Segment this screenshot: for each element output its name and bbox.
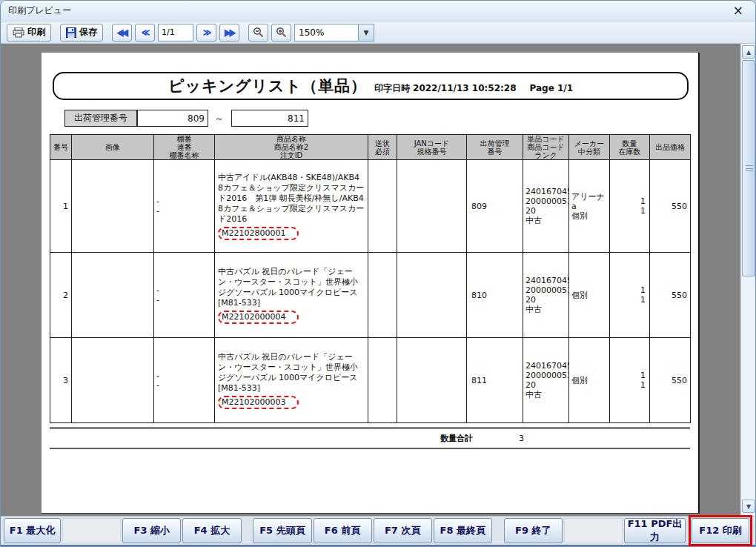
- zoom-level-input[interactable]: [294, 24, 358, 42]
- preview-area: ピッキングリスト（単品） 印字日時 2022/11/13 10:52:28 Pa…: [1, 44, 756, 516]
- cell-price: 550: [650, 338, 691, 423]
- f2-empty-slot: [62, 518, 121, 543]
- zoom-level-combo: ▼: [294, 24, 374, 42]
- arrow-down-icon: ▼: [746, 503, 751, 510]
- col-header-item-code: 単品コード 商品コード ランク: [523, 135, 569, 160]
- first-page-button[interactable]: ◀◀: [112, 24, 132, 42]
- prev-page-button[interactable]: ≪: [135, 24, 155, 42]
- cell-product: 中古パズル 祝日のパレード「ジェーン・ウースター・スコット」世界極小ジグソーパズ…: [215, 338, 368, 423]
- first-page-icon: ◀◀: [117, 27, 127, 38]
- shipping-range-label: 出荷管理番号: [64, 110, 137, 127]
- cell-price: 550: [650, 253, 691, 338]
- f7-next-page-button[interactable]: F7 次頁: [374, 518, 432, 543]
- col-header-price: 出品価格: [650, 135, 691, 160]
- cell-waybill: [368, 253, 397, 338]
- scroll-down-button[interactable]: ▼: [742, 500, 755, 513]
- next-page-button[interactable]: ≫: [196, 24, 216, 42]
- prev-page-icon: ≪: [142, 27, 149, 38]
- col-header-waybill: 送状 必須: [368, 135, 397, 160]
- zoom-in-button[interactable]: [271, 24, 291, 42]
- product-name: 中古アイドル(AKB48・SKE48)/AKB48カフェ＆ショップ限定クリスマス…: [218, 173, 365, 225]
- cell-shelf: - -: [154, 160, 215, 253]
- cell-jan: [397, 160, 467, 253]
- cell-price: 550: [650, 160, 691, 253]
- f4-zoom-in-button[interactable]: F4 拡大: [182, 518, 241, 543]
- cell-image: [72, 253, 154, 338]
- order-id-highlight: M22102800001: [218, 227, 299, 240]
- zoom-out-button[interactable]: [248, 24, 268, 42]
- toolbar: 印刷 保存 ◀◀ ≪ ≫ ▶▶: [1, 21, 755, 44]
- vertical-scrollbar[interactable]: ▲ ▼: [740, 44, 755, 516]
- table-row: 3 - - 中古パズル 祝日のパレード「ジェーン・ウースター・スコット」世界極小…: [50, 338, 691, 423]
- cell-jan: [397, 253, 467, 338]
- cell-no: 2: [50, 253, 72, 338]
- f12-print-button[interactable]: F12 印刷: [692, 518, 749, 543]
- save-button[interactable]: 保存: [60, 24, 103, 42]
- close-icon[interactable]: ×: [729, 4, 748, 17]
- product-name: 中古パズル 祝日のパレード「ジェーン・ウースター・スコット」世界極小ジグソーパズ…: [218, 267, 365, 308]
- col-header-qty: 数量 在庫数: [610, 135, 650, 160]
- cell-waybill: [368, 338, 397, 423]
- f3-zoom-out-button[interactable]: F3 縮小: [122, 518, 181, 543]
- zoom-in-icon: [276, 27, 287, 38]
- scroll-up-button[interactable]: ▲: [742, 45, 755, 59]
- picking-list-table: 番号 画像 棚番 連番 棚番名称 商品名称 商品名称2 注文ID 送状 必須 J…: [50, 134, 691, 423]
- zoom-dropdown-button[interactable]: ▼: [358, 24, 374, 42]
- table-row: 2 - - 中古パズル 祝日のパレード「ジェーン・ウースター・スコット」世界極小…: [50, 253, 691, 338]
- arrow-up-icon: ▲: [746, 49, 751, 56]
- f1-maximize-button[interactable]: F1 最大化: [4, 518, 61, 543]
- cell-shipping-no: 811: [467, 338, 523, 423]
- document-title-box: ピッキングリスト（単品） 印字日時 2022/11/13 10:52:28 Pa…: [53, 72, 689, 100]
- f8-last-page-button[interactable]: F8 最終頁: [434, 518, 492, 543]
- cell-qty: 1 1: [610, 160, 650, 253]
- function-key-bar: F1 最大化 F3 縮小 F4 拡大 F5 先頭頁 F6 前頁 F7 次頁 F8…: [1, 516, 755, 547]
- cell-no: 3: [50, 338, 72, 423]
- cell-no: 1: [50, 160, 72, 253]
- cell-maker: 個別: [569, 338, 610, 423]
- shipping-range-to: 811: [231, 110, 308, 127]
- printer-icon: [13, 27, 24, 38]
- col-header-shelf: 棚番 連番 棚番名称: [154, 135, 215, 160]
- col-header-shipping-no: 出荷管理 番号: [467, 135, 523, 160]
- cell-item-codes: 2401670456544 200000051285 20 中古: [523, 338, 569, 423]
- last-page-icon: ▶▶: [225, 27, 234, 38]
- f6-prev-page-button[interactable]: F6 前頁: [314, 518, 372, 543]
- page-number-input[interactable]: [158, 24, 193, 42]
- table-row: 1 - - 中古アイドル(AKB48・SKE48)/AKB48カフェ＆ショップ限…: [50, 160, 691, 253]
- spacer: [494, 518, 503, 543]
- order-id-highlight: M22102000004: [218, 311, 299, 324]
- window-title: 印刷プレビュー: [8, 4, 71, 17]
- col-header-product: 商品名称 商品名称2 注文ID: [215, 135, 368, 160]
- cell-image: [72, 338, 154, 423]
- cell-maker: 個別: [569, 253, 610, 338]
- print-button-label: 印刷: [27, 26, 45, 39]
- cell-shelf: - -: [154, 253, 215, 338]
- cell-product: 中古パズル 祝日のパレード「ジェーン・ウースター・スコット」世界極小ジグソーパズ…: [215, 253, 368, 338]
- print-preview-window: 印刷プレビュー × 印刷 保存 ◀◀ ≪: [0, 0, 756, 547]
- f9-exit-button[interactable]: F9 終了: [504, 518, 563, 543]
- totals-row: 数量合計 3: [50, 427, 690, 449]
- f5-first-page-button[interactable]: F5 先頭頁: [253, 518, 311, 543]
- cell-shipping-no: 809: [467, 160, 523, 253]
- next-page-icon: ≫: [203, 27, 210, 38]
- print-datetime: 印字日時 2022/11/13 10:52:28: [374, 78, 517, 95]
- product-name: 中古パズル 祝日のパレード「ジェーン・ウースター・スコット」世界極小ジグソーパズ…: [218, 352, 365, 394]
- shipping-range-from: 809: [137, 110, 208, 127]
- f11-pdf-output-button[interactable]: F11 PDF出力: [624, 518, 686, 543]
- spacer: [243, 518, 252, 543]
- cell-jan: [397, 338, 467, 423]
- document-page: ピッキングリスト（単品） 印字日時 2022/11/13 10:52:28 Pa…: [42, 53, 700, 514]
- chevron-down-icon: ▼: [364, 29, 369, 36]
- cell-shipping-no: 810: [467, 253, 523, 338]
- col-header-no: 番号: [50, 135, 72, 160]
- cell-item-codes: 2401670457756 200000051292 20 中古: [523, 160, 569, 253]
- cell-shelf: - -: [154, 338, 215, 423]
- zoom-out-icon: [253, 27, 264, 38]
- last-page-button[interactable]: ▶▶: [219, 24, 239, 42]
- shipping-range-row: 出荷管理番号 809 ～ 811: [64, 110, 308, 127]
- range-tilde: ～: [208, 112, 231, 125]
- cell-maker: アリーナa 個別: [569, 160, 610, 253]
- print-button[interactable]: 印刷: [7, 24, 51, 42]
- col-header-jan: JANコード 規格番号: [397, 135, 467, 160]
- scrollbar-thumb[interactable]: [742, 60, 755, 276]
